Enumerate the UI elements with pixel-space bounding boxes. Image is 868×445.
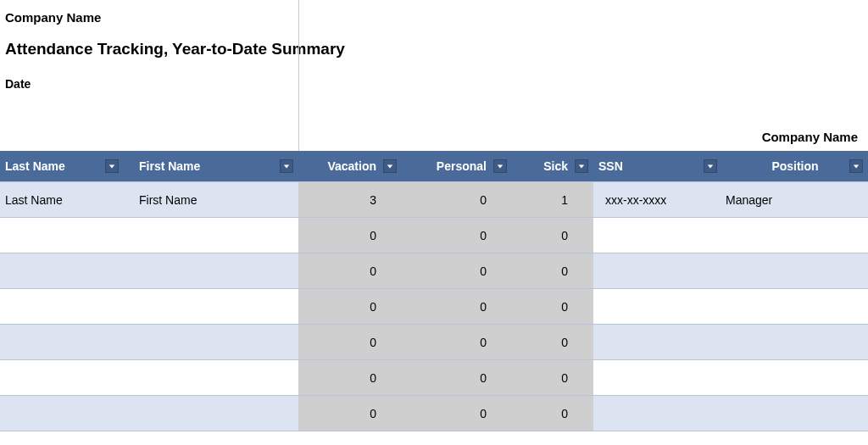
cell-position[interactable] [722, 253, 868, 289]
cell-last-name[interactable] [0, 396, 134, 431]
chevron-down-icon [387, 163, 393, 170]
cell-position[interactable] [722, 289, 868, 325]
svg-marker-5 [708, 164, 713, 168]
cell-vacation[interactable]: 0 [298, 218, 402, 253]
cell-vacation[interactable]: 0 [298, 289, 402, 325]
cell-ssn[interactable] [593, 325, 722, 360]
col-vacation[interactable]: Vacation [298, 151, 402, 182]
cell-position[interactable]: Manager [722, 182, 868, 218]
company-name-right: Company Name [762, 130, 858, 144]
chevron-down-icon [707, 163, 714, 170]
filter-dropdown-personal[interactable] [493, 159, 507, 173]
filter-dropdown-first-name[interactable] [280, 159, 293, 173]
chevron-down-icon [853, 163, 860, 170]
cell-last-name[interactable] [0, 325, 134, 360]
cell-ssn[interactable] [593, 218, 722, 253]
chevron-down-icon [497, 163, 504, 170]
filter-dropdown-last-name[interactable] [105, 159, 119, 173]
col-sick-label: Sick [543, 159, 568, 173]
cell-last-name[interactable] [0, 253, 134, 289]
cell-vacation[interactable]: 0 [298, 253, 402, 289]
cell-sick[interactable]: 0 [512, 218, 593, 253]
svg-marker-1 [284, 164, 289, 168]
cell-personal[interactable]: 0 [402, 218, 512, 253]
col-first-name-label: First Name [139, 159, 200, 173]
table-row[interactable]: 000 [0, 289, 868, 325]
cell-sick[interactable]: 1 [512, 182, 593, 218]
cell-sick[interactable]: 0 [512, 360, 593, 396]
cell-position[interactable] [722, 218, 868, 253]
cell-first-name[interactable]: First Name [134, 182, 298, 218]
cell-ssn[interactable] [593, 253, 722, 289]
cell-first-name[interactable] [134, 325, 298, 360]
cell-last-name[interactable] [0, 289, 134, 325]
chevron-down-icon [578, 163, 585, 170]
cell-vacation[interactable]: 0 [298, 325, 402, 360]
cell-ssn[interactable] [593, 360, 722, 396]
filter-dropdown-position[interactable] [849, 159, 863, 173]
cell-first-name[interactable] [134, 289, 298, 325]
svg-marker-0 [109, 164, 114, 168]
col-sick[interactable]: Sick [512, 151, 593, 182]
svg-marker-3 [498, 164, 503, 168]
col-vacation-label: Vacation [327, 159, 376, 173]
table-row[interactable]: Last NameFirst Name301xxx-xx-xxxxManager [0, 182, 868, 218]
col-last-name-label: Last Name [5, 159, 65, 173]
cell-personal[interactable]: 0 [402, 360, 512, 396]
table-row[interactable]: 000 [0, 325, 868, 360]
col-ssn-label: SSN [598, 159, 623, 173]
sheet-header: Company Name Attendance Tracking, Year-t… [0, 0, 868, 151]
table-row[interactable]: 000 [0, 218, 868, 253]
cell-position[interactable] [722, 360, 868, 396]
cell-vacation[interactable]: 0 [298, 396, 402, 431]
table-row[interactable]: 000 [0, 253, 868, 289]
grid-divider [298, 0, 299, 151]
chevron-down-icon [283, 163, 290, 170]
col-last-name[interactable]: Last Name [0, 151, 134, 182]
cell-personal[interactable]: 0 [402, 289, 512, 325]
col-personal[interactable]: Personal [402, 151, 512, 182]
date-label: Date [5, 77, 863, 91]
cell-position[interactable] [722, 325, 868, 360]
svg-marker-6 [854, 164, 859, 168]
col-personal-label: Personal [437, 159, 487, 173]
cell-sick[interactable]: 0 [512, 325, 593, 360]
col-position-label: Position [771, 159, 818, 173]
cell-sick[interactable]: 0 [512, 289, 593, 325]
chevron-down-icon [108, 163, 115, 170]
cell-personal[interactable]: 0 [402, 253, 512, 289]
table-row[interactable]: 000 [0, 396, 868, 431]
cell-personal[interactable]: 0 [402, 325, 512, 360]
filter-dropdown-sick[interactable] [575, 159, 588, 173]
cell-sick[interactable]: 0 [512, 253, 593, 289]
cell-last-name[interactable] [0, 360, 134, 396]
cell-personal[interactable]: 0 [402, 396, 512, 431]
svg-marker-2 [387, 164, 392, 168]
cell-first-name[interactable] [134, 218, 298, 253]
company-name-label: Company Name [5, 10, 863, 25]
col-ssn[interactable]: SSN [593, 151, 722, 182]
cell-first-name[interactable] [134, 396, 298, 431]
cell-ssn[interactable] [593, 396, 722, 431]
table-row[interactable]: 000 [0, 360, 868, 396]
col-first-name[interactable]: First Name [134, 151, 298, 182]
cell-sick[interactable]: 0 [512, 396, 593, 431]
filter-dropdown-vacation[interactable] [383, 159, 397, 173]
page-title: Attendance Tracking, Year-to-Date Summar… [5, 40, 863, 58]
cell-ssn[interactable]: xxx-xx-xxxx [593, 182, 722, 218]
cell-vacation[interactable]: 3 [298, 182, 402, 218]
table-header-row: Last Name First Name Vacation Personal S… [0, 151, 868, 182]
col-position[interactable]: Position [722, 151, 868, 182]
cell-last-name[interactable] [0, 218, 134, 253]
cell-vacation[interactable]: 0 [298, 360, 402, 396]
cell-personal[interactable]: 0 [402, 182, 512, 218]
attendance-table: Last Name First Name Vacation Personal S… [0, 151, 868, 431]
filter-dropdown-ssn[interactable] [704, 159, 717, 173]
svg-marker-4 [579, 164, 584, 168]
cell-last-name[interactable]: Last Name [0, 182, 134, 218]
table-body: Last NameFirst Name301xxx-xx-xxxxManager… [0, 182, 868, 431]
cell-first-name[interactable] [134, 253, 298, 289]
cell-ssn[interactable] [593, 289, 722, 325]
cell-position[interactable] [722, 396, 868, 431]
cell-first-name[interactable] [134, 360, 298, 396]
